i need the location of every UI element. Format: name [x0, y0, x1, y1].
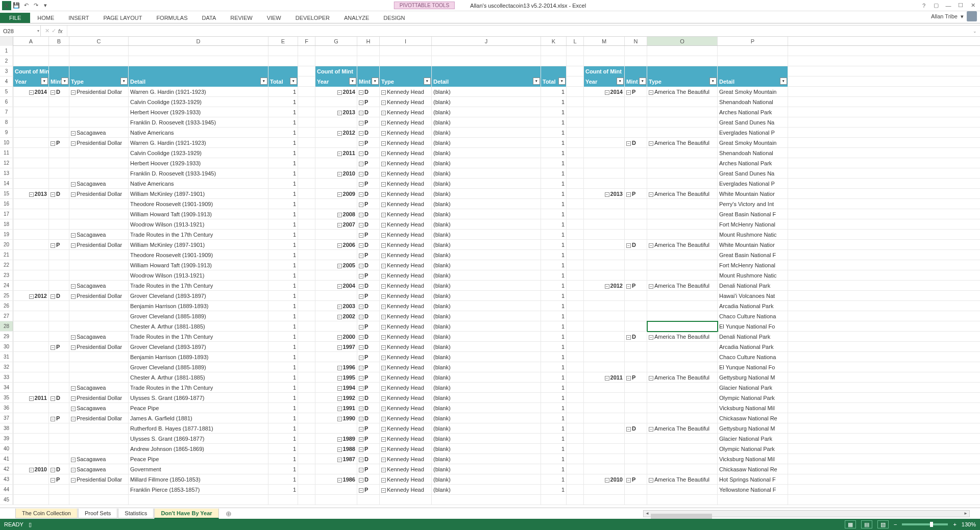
cell-M16[interactable]: [584, 199, 625, 209]
cell-J32[interactable]: (blank): [432, 362, 541, 372]
cell-H5[interactable]: −D: [357, 87, 380, 97]
cell-B27[interactable]: [49, 311, 69, 321]
cell-C12[interactable]: [69, 158, 129, 168]
cell-F23[interactable]: [298, 270, 315, 281]
cell-H18[interactable]: −D: [357, 219, 380, 230]
collapse-icon[interactable]: −: [381, 162, 386, 166]
cell-J29[interactable]: (blank): [432, 332, 541, 342]
cell-G1[interactable]: [315, 46, 357, 56]
cell-E3[interactable]: [268, 66, 298, 77]
cell-H32[interactable]: −P: [357, 362, 380, 372]
cell-J40[interactable]: (blank): [432, 444, 541, 454]
cell-L38[interactable]: [567, 423, 584, 434]
cell-J3[interactable]: [432, 66, 541, 77]
collapse-icon[interactable]: −: [359, 417, 363, 421]
cell-G16[interactable]: [315, 199, 357, 209]
cell-A1[interactable]: [13, 46, 49, 56]
cell-F37[interactable]: [298, 413, 315, 423]
collapse-icon[interactable]: −: [381, 182, 386, 187]
cell-E38[interactable]: 1: [268, 423, 298, 434]
collapse-icon[interactable]: −: [626, 284, 631, 289]
tab-formulas[interactable]: FORMULAS: [149, 13, 194, 23]
cell-E4[interactable]: Total▾: [268, 77, 298, 87]
row-header-45[interactable]: 45: [0, 495, 13, 504]
collapse-icon[interactable]: −: [381, 315, 386, 319]
cell-O12[interactable]: [647, 158, 718, 168]
cell-I43[interactable]: −Kennedy Head: [380, 474, 432, 485]
cell-D21[interactable]: Theodore Roosevelt (1901-1909): [129, 250, 268, 260]
cell-D35[interactable]: Ulysses S. Grant (1869-1877): [129, 393, 268, 403]
cell-D1[interactable]: [129, 46, 268, 56]
collapse-icon[interactable]: −: [381, 141, 386, 146]
cell-J41[interactable]: (blank): [432, 454, 541, 464]
cell-L36[interactable]: [567, 403, 584, 413]
collapse-icon[interactable]: −: [381, 284, 386, 289]
cell-J19[interactable]: (blank): [432, 230, 541, 240]
cell-H22[interactable]: −D: [357, 260, 380, 270]
cell-F7[interactable]: [298, 107, 315, 117]
cell-G36[interactable]: −1991: [315, 403, 357, 413]
cell-N26[interactable]: [625, 301, 647, 311]
cell-J13[interactable]: (blank): [432, 168, 541, 179]
collapse-icon[interactable]: −: [359, 233, 363, 238]
cell-L37[interactable]: [567, 413, 584, 423]
cell-N43[interactable]: −P: [625, 474, 647, 485]
cell-J2[interactable]: [432, 56, 541, 66]
cell-B45[interactable]: [49, 495, 69, 505]
row-header-12[interactable]: 12: [0, 158, 13, 168]
collapse-icon[interactable]: −: [381, 172, 386, 176]
cell-L5[interactable]: [567, 87, 584, 97]
cell-E45[interactable]: [268, 495, 298, 505]
cell-I34[interactable]: −Kennedy Head: [380, 383, 432, 393]
collapse-icon[interactable]: −: [51, 243, 55, 248]
collapse-icon[interactable]: −: [381, 488, 386, 493]
cell-E19[interactable]: 1: [268, 230, 298, 240]
cell-D41[interactable]: Peace Pipe: [129, 454, 268, 464]
row-header-37[interactable]: 37: [0, 413, 13, 423]
cell-O39[interactable]: [647, 434, 718, 444]
cell-I10[interactable]: −Kennedy Head: [380, 138, 432, 148]
cell-P35[interactable]: Olympic National Park: [718, 393, 788, 403]
cell-C29[interactable]: −Sacagawea: [69, 332, 129, 342]
cell-E30[interactable]: 1: [268, 342, 298, 352]
cell-E29[interactable]: 1: [268, 332, 298, 342]
cell-E2[interactable]: [268, 56, 298, 66]
cell-E33[interactable]: 1: [268, 372, 298, 383]
cell-N41[interactable]: [625, 454, 647, 464]
cell-N9[interactable]: [625, 128, 647, 138]
cell-G26[interactable]: −2003: [315, 301, 357, 311]
cell-C3[interactable]: [69, 66, 129, 77]
cell-M27[interactable]: [584, 311, 625, 321]
collapse-icon[interactable]: −: [359, 141, 363, 146]
cell-C24[interactable]: −Sacagawea: [69, 281, 129, 291]
row-header-36[interactable]: 36: [0, 403, 13, 413]
cell-G14[interactable]: [315, 179, 357, 189]
collapse-icon[interactable]: −: [381, 335, 386, 340]
cell-K9[interactable]: 1: [541, 128, 567, 138]
collapse-icon[interactable]: −: [359, 111, 363, 115]
cell-E39[interactable]: 1: [268, 434, 298, 444]
cell-P39[interactable]: Glacier National Park: [718, 434, 788, 444]
zoom-slider[interactable]: [902, 523, 948, 525]
cell-F45[interactable]: [298, 495, 315, 505]
cell-M12[interactable]: [584, 158, 625, 168]
cell-P3[interactable]: [718, 66, 788, 77]
cell-F39[interactable]: [298, 434, 315, 444]
cell-N14[interactable]: [625, 179, 647, 189]
cell-H39[interactable]: −P: [357, 434, 380, 444]
cell-J30[interactable]: (blank): [432, 342, 541, 352]
cell-M25[interactable]: [584, 291, 625, 301]
cell-A39[interactable]: [13, 434, 49, 444]
cell-B40[interactable]: [49, 444, 69, 454]
cell-F22[interactable]: [298, 260, 315, 270]
cell-G8[interactable]: [315, 117, 357, 128]
cell-G7[interactable]: −2013: [315, 107, 357, 117]
cell-L9[interactable]: [567, 128, 584, 138]
cell-H38[interactable]: −P: [357, 423, 380, 434]
cell-G33[interactable]: −1995: [315, 372, 357, 383]
collapse-icon[interactable]: −: [359, 162, 363, 166]
collapse-icon[interactable]: −: [51, 417, 55, 421]
tab-view[interactable]: VIEW: [260, 13, 288, 23]
collapse-icon[interactable]: −: [337, 396, 342, 401]
cell-D45[interactable]: [129, 495, 268, 505]
